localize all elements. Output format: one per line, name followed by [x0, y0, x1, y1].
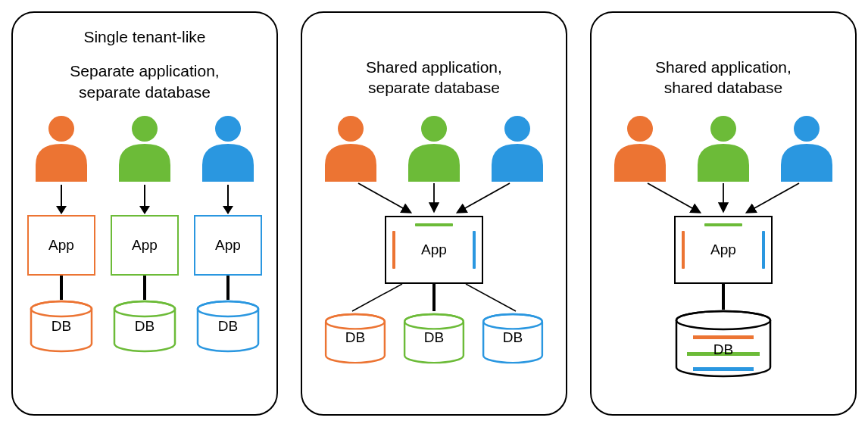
svg-point-10	[421, 116, 447, 142]
connector-line	[722, 284, 725, 310]
panel-title: Shared application, shared database	[655, 26, 792, 114]
users-row	[607, 114, 840, 182]
panel-separate-separate: Single tenant-like Separate application,…	[11, 11, 278, 416]
user-icon	[484, 114, 551, 182]
svg-line-15	[352, 284, 402, 311]
converging-arrows	[617, 182, 829, 216]
connectors-row	[60, 276, 229, 300]
svg-line-17	[466, 284, 516, 311]
svg-line-29	[748, 183, 799, 212]
databases-row: DB DB DB	[27, 300, 262, 335]
user-icon	[607, 114, 673, 182]
apps-row: App App App	[27, 215, 262, 276]
app-box: App	[111, 215, 179, 276]
svg-point-26	[794, 116, 820, 142]
users-row	[28, 114, 261, 182]
arrows-row	[61, 185, 229, 214]
svg-point-9	[338, 116, 364, 142]
stripe-icon	[762, 231, 765, 269]
svg-point-2	[215, 116, 241, 142]
panel-shared-separate: Shared application, separate database Ap…	[301, 11, 567, 416]
svg-rect-34	[693, 367, 754, 371]
svg-point-25	[710, 116, 736, 142]
database-icon: DB	[670, 310, 776, 358]
arrow-icon	[227, 185, 229, 214]
stripe-icon	[415, 223, 453, 226]
user-icon	[28, 114, 95, 182]
stripe-icon	[682, 231, 685, 269]
arrow-icon	[144, 185, 145, 214]
app-box: App	[194, 215, 262, 276]
svg-rect-33	[687, 352, 760, 356]
app-label: App	[421, 242, 447, 258]
users-row	[317, 114, 551, 182]
user-icon	[690, 114, 757, 182]
app-label: App	[710, 242, 736, 258]
svg-line-12	[358, 183, 410, 212]
svg-point-1	[132, 116, 158, 142]
panel-shared-shared: Shared application, shared database App	[590, 11, 857, 416]
database-icon: DB	[479, 313, 546, 346]
user-icon	[317, 114, 384, 182]
database-icon: DB	[401, 313, 467, 346]
database-icon: DB	[27, 300, 95, 335]
connector-line	[143, 276, 146, 300]
connector-line	[60, 276, 63, 300]
svg-point-24	[627, 116, 653, 142]
panel-title: Single tenant-like Separate application,…	[70, 26, 219, 114]
stripe-icon	[704, 223, 742, 226]
app-box: App	[674, 216, 773, 284]
stripe-icon	[473, 231, 476, 269]
panel-heading-1: Single tenant-like	[70, 26, 219, 47]
database-icon: DB	[194, 300, 262, 335]
app-label: App	[132, 237, 158, 254]
user-icon	[773, 114, 840, 182]
database-icon: DB	[111, 300, 179, 335]
app-box: App	[385, 216, 483, 284]
user-icon	[111, 114, 178, 182]
app-label: App	[215, 237, 241, 254]
svg-line-27	[648, 183, 699, 212]
panel-heading-2: Separate application, separate database	[70, 61, 219, 102]
app-box: App	[27, 215, 95, 276]
diverging-connectors	[320, 284, 548, 313]
databases-row: DB DB DB	[322, 313, 546, 346]
stripe-icon	[392, 231, 395, 269]
user-icon	[195, 114, 261, 182]
svg-rect-32	[693, 335, 754, 339]
database-icon: DB	[322, 313, 389, 346]
app-label: App	[48, 237, 74, 254]
panel-heading-2: Shared application, shared database	[655, 57, 792, 98]
connector-line	[226, 276, 229, 300]
svg-point-11	[504, 116, 530, 142]
converging-arrows	[328, 182, 540, 216]
panel-heading-2: Shared application, separate database	[366, 57, 502, 98]
panel-title: Shared application, separate database	[366, 26, 502, 114]
svg-line-14	[458, 183, 510, 212]
user-icon	[401, 114, 467, 182]
svg-point-0	[48, 116, 74, 142]
arrow-icon	[61, 185, 62, 214]
